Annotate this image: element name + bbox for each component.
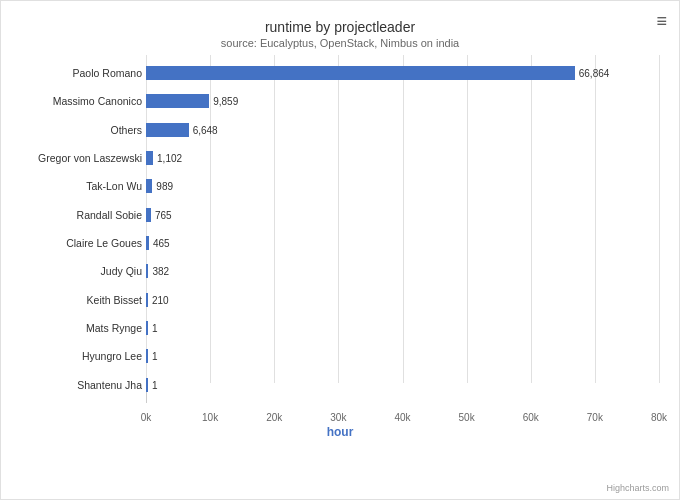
bar-value: 210 — [152, 294, 169, 305]
bar-row: Tak-Lon Wu989 — [146, 175, 659, 197]
bar: 1 — [146, 321, 148, 335]
chart-title: runtime by projectleader — [1, 19, 679, 35]
bar-label: Others — [2, 124, 142, 136]
bar-row: Paolo Romano66,864 — [146, 62, 659, 84]
bar-value: 1,102 — [157, 153, 182, 164]
bar: 765 — [146, 208, 151, 222]
bar-label: Keith Bisset — [2, 294, 142, 306]
bar-value: 382 — [152, 266, 169, 277]
x-tick-label: 60k — [523, 412, 539, 423]
bar-label: Shantenu Jha — [2, 379, 142, 391]
bar-row: Judy Qiu382 — [146, 260, 659, 282]
bar: 1,102 — [146, 151, 153, 165]
grid-line — [659, 55, 660, 383]
bar-label: Mats Rynge — [2, 322, 142, 334]
bar: 6,648 — [146, 123, 189, 137]
bar-label: Paolo Romano — [2, 67, 142, 79]
x-tick-label: 20k — [266, 412, 282, 423]
bar: 66,864 — [146, 66, 575, 80]
x-tick-label: 40k — [394, 412, 410, 423]
bar-label: Tak-Lon Wu — [2, 180, 142, 192]
x-tick-label: 80k — [651, 412, 667, 423]
highcharts-credit: Highcharts.com — [606, 483, 669, 493]
bar: 210 — [146, 293, 148, 307]
bar-value: 6,648 — [193, 124, 218, 135]
bar-value: 989 — [156, 181, 173, 192]
bar-row: Gregor von Laszewski1,102 — [146, 147, 659, 169]
bar-label: Claire Le Goues — [2, 237, 142, 249]
x-tick-label: 0k — [141, 412, 152, 423]
bar-label: Hyungro Lee — [2, 350, 142, 362]
bar-value: 1 — [152, 351, 158, 362]
x-tick-label: 10k — [202, 412, 218, 423]
bar-row: Others6,648 — [146, 119, 659, 141]
chart-container: ≡ runtime by projectleader source: Eucal… — [0, 0, 680, 500]
chart-area: Paolo Romano66,864Massimo Canonico9,859O… — [146, 55, 659, 423]
bar-value: 66,864 — [579, 68, 610, 79]
bar: 1 — [146, 349, 148, 363]
x-axis-labels: 0k10k20k30k40k50k60k70k80k — [146, 403, 659, 423]
x-tick-label: 70k — [587, 412, 603, 423]
bar-row: Claire Le Goues465 — [146, 232, 659, 254]
bar: 382 — [146, 264, 148, 278]
bar-value: 9,859 — [213, 96, 238, 107]
bar-row: Keith Bisset210 — [146, 289, 659, 311]
x-axis-unit: hour — [1, 425, 679, 439]
bar-row: Massimo Canonico9,859 — [146, 90, 659, 112]
bar-label: Judy Qiu — [2, 265, 142, 277]
bar-label: Randall Sobie — [2, 209, 142, 221]
chart-subtitle: source: Eucalyptus, OpenStack, Nimbus on… — [1, 37, 679, 49]
bar: 9,859 — [146, 94, 209, 108]
bar-label: Gregor von Laszewski — [2, 152, 142, 164]
bar-row: Hyungro Lee1 — [146, 345, 659, 367]
bar-value: 1 — [152, 379, 158, 390]
bar: 1 — [146, 378, 148, 392]
bar-label: Massimo Canonico — [2, 95, 142, 107]
bar-row: Shantenu Jha1 — [146, 374, 659, 396]
bar-row: Randall Sobie765 — [146, 204, 659, 226]
bar-value: 1 — [152, 323, 158, 334]
bar: 465 — [146, 236, 149, 250]
bar: 989 — [146, 179, 152, 193]
x-tick-label: 30k — [330, 412, 346, 423]
bar-value: 765 — [155, 209, 172, 220]
bars-container: Paolo Romano66,864Massimo Canonico9,859O… — [146, 55, 659, 403]
menu-icon[interactable]: ≡ — [656, 11, 667, 32]
bar-row: Mats Rynge1 — [146, 317, 659, 339]
bar-value: 465 — [153, 238, 170, 249]
x-tick-label: 50k — [459, 412, 475, 423]
